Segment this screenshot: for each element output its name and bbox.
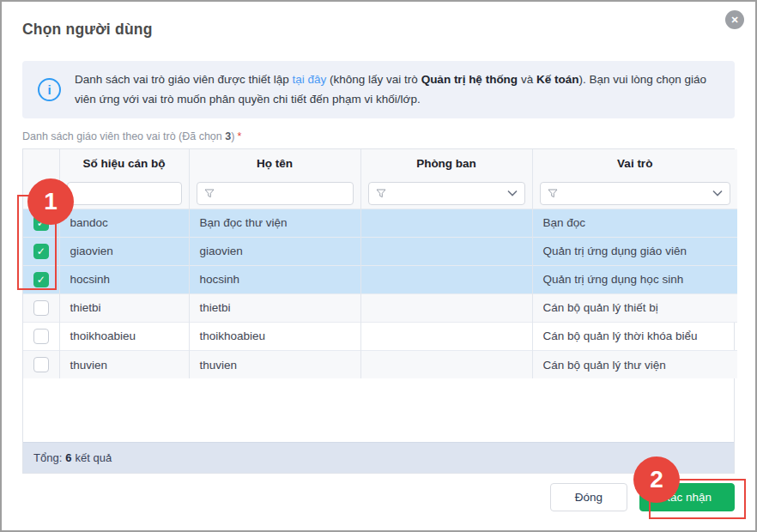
table-row[interactable]: bandoc Bạn đọc thư viện Bạn đọc: [23, 209, 737, 237]
cell-department: [360, 209, 532, 237]
row-checkbox[interactable]: [33, 300, 49, 316]
cell-role: Quản trị ứng dụng học sinh: [532, 265, 737, 293]
dialog-actions: Đóng Xác nhận: [550, 483, 735, 511]
cell-role: Cán bộ quản lý thư viện: [532, 350, 737, 378]
cell-name: giaovien: [189, 237, 360, 265]
confirm-button[interactable]: Xác nhận: [639, 483, 735, 511]
table-row[interactable]: thoikhoabieu thoikhoabieu Cán bộ quản lý…: [23, 322, 737, 350]
select-all-checkbox[interactable]: [33, 185, 49, 201]
empty-area: [23, 378, 734, 442]
footer-prefix: Tổng:: [33, 451, 62, 464]
table-body: bandoc Bạn đọc thư viện Bạn đọc giaovien…: [23, 209, 737, 378]
column-header-department: Phòng ban: [360, 149, 532, 178]
modal-header: Chọn người dùng: [2, 2, 755, 39]
table-filter-row: [23, 178, 737, 209]
cell-name: thietbi: [189, 293, 360, 322]
cell-department: [360, 350, 532, 378]
info-text-2: (không lấy vai trò: [326, 73, 421, 86]
cell-code: giaovien: [59, 237, 189, 265]
column-header-code: Số hiệu cán bộ: [59, 149, 189, 178]
info-here-link[interactable]: tại đây: [293, 73, 327, 86]
cell-role: Quản trị ứng dụng giáo viên: [532, 237, 737, 265]
cell-department: [360, 293, 532, 322]
cell-code: thoikhoabieu: [59, 322, 189, 350]
info-bold-accounting: Kế toán: [536, 73, 579, 86]
teacher-list-label: Danh sách giáo viên theo vai trò (Đã chọ…: [22, 130, 735, 142]
filter-role-select[interactable]: [540, 182, 731, 205]
cell-name: thuvien: [189, 350, 360, 378]
cell-name: thoikhoabieu: [189, 322, 360, 350]
footer-count: 6: [65, 451, 71, 464]
row-checkbox[interactable]: [33, 272, 49, 287]
teacher-grid: Số hiệu cán bộ Họ tên Phòng ban Vai trò: [22, 148, 735, 474]
chevron-down-icon: [507, 190, 518, 196]
funnel-icon: [376, 189, 386, 198]
column-header-role: Vai trò: [532, 149, 737, 178]
table-row[interactable]: hocsinh hocsinh Quản trị ứng dụng học si…: [23, 265, 737, 293]
cell-department: [360, 237, 532, 265]
info-bold-system-admin: Quản trị hệ thống: [421, 73, 518, 86]
select-user-dialog: { "modal": { "title": "Chọn người dùng",…: [0, 0, 757, 532]
funnel-icon: [204, 189, 215, 198]
chevron-down-icon: [712, 190, 723, 196]
cell-department: [360, 322, 532, 350]
cell-name: hocsinh: [189, 265, 360, 293]
filter-name-input[interactable]: [197, 182, 354, 205]
row-checkbox[interactable]: [33, 329, 49, 344]
table-row[interactable]: giaovien giaovien Quản trị ứng dụng giáo…: [23, 237, 737, 265]
cell-code: thietbi: [59, 293, 189, 322]
close-icon[interactable]: ✕: [725, 10, 744, 29]
cell-code: thuvien: [59, 350, 189, 378]
list-label-suffix: ): [231, 130, 234, 142]
info-icon: i: [38, 78, 61, 101]
table-header-row: Số hiệu cán bộ Họ tên Phòng ban Vai trò: [23, 149, 737, 178]
info-banner: i Danh sách vai trò giáo viên được thiết…: [22, 61, 735, 118]
cell-code: hocsinh: [59, 265, 189, 293]
info-text-3: và: [518, 73, 536, 86]
footer-suffix: kết quả: [75, 451, 112, 464]
filter-department-select[interactable]: [368, 182, 525, 205]
page-title: Chọn người dùng: [22, 21, 735, 39]
cell-role: Cán bộ quản lý thiết bị: [532, 293, 737, 322]
funnel-icon: [548, 189, 558, 198]
cell-role: Bạn đọc: [532, 209, 737, 237]
table-row[interactable]: thietbi thietbi Cán bộ quản lý thiết bị: [23, 293, 737, 322]
cell-role: Cán bộ quản lý thời khóa biểu: [532, 322, 737, 350]
row-checkbox[interactable]: [33, 357, 49, 372]
header-checkbox-cell: [23, 149, 59, 178]
cell-department: [360, 265, 532, 293]
cell-code: bandoc: [59, 209, 189, 237]
required-asterisk: *: [237, 130, 241, 142]
filter-code-input[interactable]: [67, 182, 182, 205]
row-checkbox[interactable]: [33, 215, 49, 231]
list-label-prefix: Danh sách giáo viên theo vai trò (Đã chọ…: [22, 130, 225, 142]
close-button[interactable]: Đóng: [550, 483, 627, 511]
teacher-table: Số hiệu cán bộ Họ tên Phòng ban Vai trò: [23, 149, 737, 378]
column-header-name: Họ tên: [189, 149, 360, 178]
info-text-1: Danh sách vai trò giáo viên được thiết l…: [75, 73, 293, 86]
cell-name: Bạn đọc thư viện: [189, 209, 360, 237]
info-banner-text: Danh sách vai trò giáo viên được thiết l…: [75, 70, 719, 109]
row-checkbox[interactable]: [33, 244, 49, 259]
result-count-footer: Tổng:6kết quả: [23, 442, 734, 473]
table-row[interactable]: thuvien thuvien Cán bộ quản lý thư viện: [23, 350, 737, 378]
